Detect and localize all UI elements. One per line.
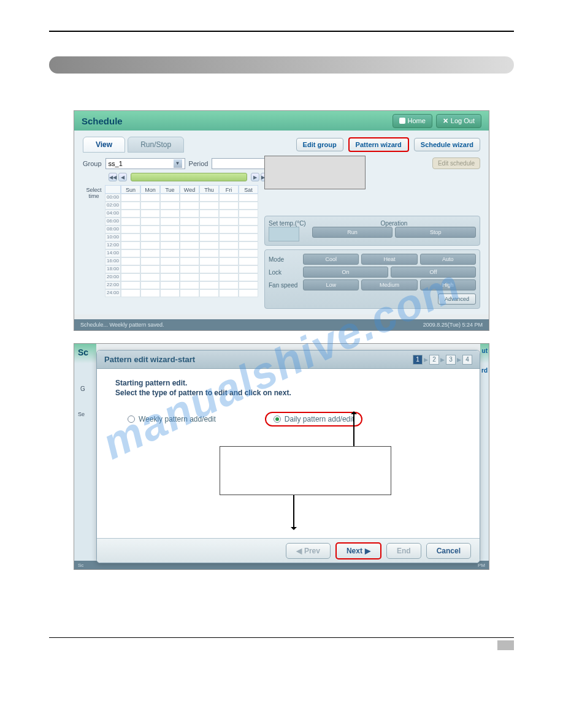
grid-cell[interactable] bbox=[199, 202, 219, 210]
grid-cell[interactable] bbox=[199, 226, 219, 233]
daily-pattern-radio[interactable]: Daily pattern add/edit bbox=[265, 412, 362, 427]
next-button[interactable]: Next▶ bbox=[335, 542, 381, 559]
grid-cell[interactable] bbox=[239, 218, 258, 226]
low-button[interactable]: Low bbox=[303, 279, 359, 290]
cool-button[interactable]: Cool bbox=[303, 254, 359, 265]
grid-cell[interactable] bbox=[160, 233, 180, 241]
grid-cell[interactable] bbox=[140, 210, 160, 218]
grid-cell[interactable] bbox=[121, 289, 140, 297]
grid-cell[interactable] bbox=[160, 273, 180, 281]
grid-cell[interactable] bbox=[199, 194, 219, 202]
grid-cell[interactable] bbox=[219, 194, 239, 202]
grid-cell[interactable] bbox=[180, 265, 199, 273]
grid-cell[interactable] bbox=[121, 226, 140, 233]
run-button[interactable]: Run bbox=[312, 227, 393, 238]
nav-prev-button[interactable]: ◀ bbox=[118, 173, 127, 181]
grid-cell[interactable] bbox=[219, 226, 239, 233]
grid-cell[interactable] bbox=[180, 194, 199, 202]
cancel-button[interactable]: Cancel bbox=[426, 543, 471, 559]
logout-button[interactable]: ✕Log Out bbox=[436, 114, 481, 128]
grid-cell[interactable] bbox=[239, 210, 258, 218]
high-button[interactable]: High bbox=[420, 279, 476, 290]
grid-cell[interactable] bbox=[160, 257, 180, 265]
edit-group-button[interactable]: Edit group bbox=[296, 138, 343, 151]
grid-cell[interactable] bbox=[180, 241, 199, 249]
grid-cell[interactable] bbox=[140, 249, 160, 257]
grid-cell[interactable] bbox=[219, 202, 239, 210]
grid-cell[interactable] bbox=[180, 257, 199, 265]
grid-cell[interactable] bbox=[160, 226, 180, 233]
stop-button[interactable]: Stop bbox=[395, 227, 476, 238]
grid-cell[interactable] bbox=[239, 273, 258, 281]
grid-cell[interactable] bbox=[219, 257, 239, 265]
grid-cell[interactable] bbox=[199, 249, 219, 257]
grid-cell[interactable] bbox=[180, 249, 199, 257]
grid-cell[interactable] bbox=[140, 226, 160, 233]
grid-cell[interactable] bbox=[140, 289, 160, 297]
grid-cell[interactable] bbox=[180, 218, 199, 226]
grid-cell[interactable] bbox=[121, 249, 140, 257]
grid-cell[interactable] bbox=[199, 233, 219, 241]
grid-cell[interactable] bbox=[239, 281, 258, 289]
end-button[interactable]: End bbox=[386, 543, 421, 559]
grid-cell[interactable] bbox=[180, 273, 199, 281]
grid-cell[interactable] bbox=[199, 273, 219, 281]
grid-cell[interactable] bbox=[160, 265, 180, 273]
grid-cell[interactable] bbox=[160, 289, 180, 297]
grid-cell[interactable] bbox=[219, 289, 239, 297]
grid-cell[interactable] bbox=[239, 289, 258, 297]
grid-cell[interactable] bbox=[180, 226, 199, 233]
grid-cell[interactable] bbox=[199, 210, 219, 218]
grid-cell[interactable] bbox=[140, 194, 160, 202]
grid-cell[interactable] bbox=[199, 257, 219, 265]
auto-button[interactable]: Auto bbox=[420, 254, 476, 265]
medium-button[interactable]: Medium bbox=[361, 279, 417, 290]
grid-cell[interactable] bbox=[160, 218, 180, 226]
grid-cell[interactable] bbox=[180, 233, 199, 241]
nav-next-button[interactable]: ▶ bbox=[251, 173, 259, 181]
grid-cell[interactable] bbox=[140, 257, 160, 265]
grid-cell[interactable] bbox=[140, 233, 160, 241]
grid-cell[interactable] bbox=[239, 249, 258, 257]
grid-cell[interactable] bbox=[239, 233, 258, 241]
grid-cell[interactable] bbox=[140, 218, 160, 226]
grid-cell[interactable] bbox=[140, 202, 160, 210]
grid-cell[interactable] bbox=[239, 226, 258, 233]
grid-cell[interactable] bbox=[199, 218, 219, 226]
grid-cell[interactable] bbox=[121, 210, 140, 218]
grid-cell[interactable] bbox=[121, 257, 140, 265]
grid-cell[interactable] bbox=[160, 241, 180, 249]
heat-button[interactable]: Heat bbox=[361, 254, 417, 265]
grid-cell[interactable] bbox=[239, 202, 258, 210]
grid-cell[interactable] bbox=[160, 281, 180, 289]
grid-cell[interactable] bbox=[199, 265, 219, 273]
grid-cell[interactable] bbox=[180, 289, 199, 297]
grid-cell[interactable] bbox=[219, 241, 239, 249]
grid-cell[interactable] bbox=[160, 210, 180, 218]
grid-cell[interactable] bbox=[160, 194, 180, 202]
grid-cell[interactable] bbox=[121, 241, 140, 249]
grid-cell[interactable] bbox=[180, 210, 199, 218]
grid-cell[interactable] bbox=[219, 233, 239, 241]
grid-cell[interactable] bbox=[121, 202, 140, 210]
grid-cell[interactable] bbox=[199, 289, 219, 297]
schedule-wizard-button[interactable]: Schedule wizard bbox=[414, 138, 480, 151]
grid-cell[interactable] bbox=[121, 265, 140, 273]
grid-cell[interactable] bbox=[219, 210, 239, 218]
pattern-wizard-button[interactable]: Pattern wizard bbox=[348, 137, 409, 152]
grid-cell[interactable] bbox=[219, 273, 239, 281]
grid-cell[interactable] bbox=[239, 265, 258, 273]
grid-cell[interactable] bbox=[219, 249, 239, 257]
home-button[interactable]: Home bbox=[393, 114, 432, 128]
grid-cell[interactable] bbox=[180, 202, 199, 210]
grid-cell[interactable] bbox=[121, 233, 140, 241]
grid-cell[interactable] bbox=[160, 202, 180, 210]
group-select[interactable]: ss_1▼ bbox=[105, 158, 185, 169]
grid-cell[interactable] bbox=[121, 273, 140, 281]
grid-cell[interactable] bbox=[199, 241, 219, 249]
grid-cell[interactable] bbox=[199, 281, 219, 289]
grid-cell[interactable] bbox=[121, 194, 140, 202]
grid-cell[interactable] bbox=[239, 257, 258, 265]
grid-cell[interactable] bbox=[219, 218, 239, 226]
prev-button[interactable]: ◀Prev bbox=[286, 543, 331, 559]
